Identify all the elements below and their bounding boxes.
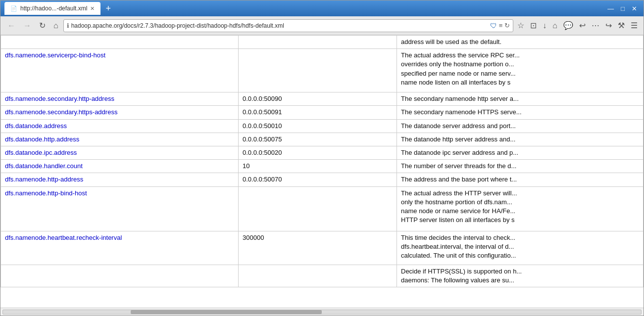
cell-name [1,36,239,49]
cell-value: 300000 [239,231,397,265]
cell-value [239,36,397,49]
cell-name: dfs.namenode.heartbeat.recheck-interval [1,231,239,265]
tab-label: http://hadoo...-default.xml [20,5,87,12]
cell-name: dfs.namenode.http-address [1,173,239,186]
nav-right-buttons: ☆ ⊡ ↓ ⌂ 💬 ↩ ⋯ ↪ ⚒ ☰ [515,19,640,32]
browser-window: 📄 http://hadoo...-default.xml ✕ + — □ ✕ … [0,0,644,316]
cell-name: dfs.datanode.address [1,119,239,133]
cell-value [239,186,397,231]
bookmarks-icon[interactable]: ☆ [515,19,526,32]
cell-name: dfs.datanode.ipc.address [1,146,239,159]
config-table: address will be used as the default. dfs… [0,35,644,287]
cell-value [239,49,397,92]
table-row: dfs.namenode.secondary.https-address 0.0… [1,106,644,119]
forward-button[interactable]: → [20,19,34,32]
cell-desc: The actual adress the HTTP server will..… [397,186,644,231]
table-row: dfs.namenode.heartbeat.recheck-interval … [1,231,644,265]
info-icon: ℹ [67,22,69,29]
tab-icon: 📄 [10,5,17,12]
table-row: dfs.namenode.http-bind-host The actual a… [1,186,644,231]
cell-desc: The datanode http server address and... [397,133,644,146]
minimize-button[interactable]: — [605,4,616,13]
refresh-icon[interactable]: ↻ [504,22,510,29]
address-text: hadoop.apache.org/docs/r2.7.3/hadoop-pro… [71,22,488,29]
share-icon[interactable]: ↪ [603,19,614,32]
cell-desc: The datanode server address and port... [397,119,644,133]
navbar: ← → ↻ ⌂ ℹ hadoop.apache.org/docs/r2.7.3/… [0,16,644,35]
cell-name: dfs.namenode.http-bind-host [1,186,239,231]
table-container[interactable]: address will be used as the default. dfs… [0,35,644,308]
cell-name [1,265,239,287]
cell-desc: The actual address the service RPC ser..… [397,49,644,92]
cell-name: dfs.namenode.servicerpc-bind-host [1,49,239,92]
cell-desc: The datanode ipc server address and p... [397,146,644,159]
new-tab-button[interactable]: + [102,4,114,13]
cell-name: dfs.datanode.http.address [1,133,239,146]
scrollbar-track[interactable] [2,310,642,315]
menu-icon[interactable]: ☰ [629,19,640,32]
content-area: address will be used as the default. dfs… [0,35,644,316]
scrollbar-thumb[interactable] [131,310,322,314]
table-row: dfs.datanode.handler.count 10 The number… [1,160,644,173]
cell-value [239,265,397,287]
cell-value: 0.0.0.0:50090 [239,92,397,106]
cell-name: dfs.namenode.secondary.https-address [1,106,239,119]
table-row: dfs.namenode.http-address 0.0.0.0:50070 … [1,173,644,186]
table-row: dfs.datanode.ipc.address 0.0.0.0:50020 T… [1,146,644,159]
sync-icon[interactable]: ⊡ [528,19,539,32]
download-icon[interactable]: ↓ [541,19,548,32]
cell-desc: address will be used as the default. [397,36,644,49]
cell-desc: The number of server threads for the d..… [397,160,644,173]
cell-desc: The secondary namenode http server a... [397,92,644,106]
cell-value: 0.0.0.0:50020 [239,146,397,159]
table-row: Decide if HTTPS(SSL) is supported on h..… [1,265,644,287]
chat-icon[interactable]: 💬 [561,19,575,32]
horizontal-scrollbar[interactable] [0,308,644,316]
reader-icon: ≡ [499,22,503,29]
tools-icon[interactable]: ⚒ [616,19,627,32]
table-row: dfs.namenode.secondary.http-address 0.0.… [1,92,644,106]
table-row: dfs.namenode.servicerpc-bind-host The ac… [1,49,644,92]
cell-name: dfs.datanode.handler.count [1,160,239,173]
maximize-button[interactable]: □ [618,4,627,13]
profile-icon[interactable]: ⌂ [550,19,559,32]
history-icon[interactable]: ↩ [577,19,588,32]
home-button[interactable]: ⌂ [50,19,61,32]
cell-value: 0.0.0.0:50075 [239,133,397,146]
cell-value: 0.0.0.0:50010 [239,119,397,133]
close-button[interactable]: ✕ [629,4,640,13]
cell-desc: The address and the base port where t... [397,173,644,186]
address-bar[interactable]: ℹ hadoop.apache.org/docs/r2.7.3/hadoop-p… [63,19,514,32]
cell-name: dfs.namenode.secondary.http-address [1,92,239,106]
reload-button[interactable]: ↻ [36,19,49,32]
shield-icon: 🛡 [490,22,497,30]
close-tab-button[interactable]: ✕ [90,5,95,12]
forward-history-icon[interactable]: ⋯ [590,19,601,32]
window-controls: — □ ✕ [605,4,640,13]
back-button[interactable]: ← [4,19,18,32]
cell-value: 10 [239,160,397,173]
table-row: address will be used as the default. [1,36,644,49]
table-row: dfs.datanode.address 0.0.0.0:50010 The d… [1,119,644,133]
active-tab[interactable]: 📄 http://hadoo...-default.xml ✕ [4,2,100,15]
cell-desc: The secondary namenode HTTPS serve... [397,106,644,119]
cell-desc: Decide if HTTPS(SSL) is supported on h..… [397,265,644,287]
cell-desc: This time decides the interval to check.… [397,231,644,265]
cell-value: 0.0.0.0:50091 [239,106,397,119]
titlebar: 📄 http://hadoo...-default.xml ✕ + — □ ✕ [0,0,644,16]
cell-value: 0.0.0.0:50070 [239,173,397,186]
table-row: dfs.datanode.http.address 0.0.0.0:50075 … [1,133,644,146]
